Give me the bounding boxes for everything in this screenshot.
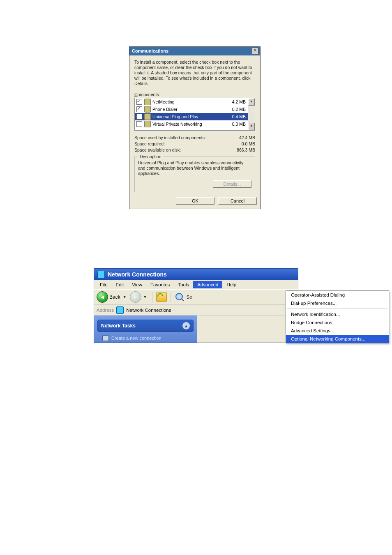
component-row[interactable]: Universal Plug and Play0.4 MB <box>135 113 248 120</box>
back-icon[interactable]: ◄ <box>97 291 108 303</box>
up-folder-icon[interactable] <box>156 292 167 302</box>
menu-separator <box>287 309 388 309</box>
component-size: 4.2 MB <box>230 99 246 104</box>
connection-icon <box>102 335 109 341</box>
task-label: Create a new connection <box>111 336 161 341</box>
space-available-value: 866.3 MB <box>237 147 255 153</box>
cancel-button[interactable]: Cancel <box>218 197 257 205</box>
menu-item[interactable]: Bridge Connections <box>286 318 389 327</box>
menu-item[interactable]: Operator-Assisted Dialing <box>286 291 389 299</box>
space-required-value: 0.0 MB <box>242 141 255 147</box>
menu-help[interactable]: Help <box>222 281 240 288</box>
collapse-icon[interactable]: ▲ <box>182 322 190 329</box>
scroll-track[interactable] <box>248 106 255 123</box>
close-icon[interactable]: × <box>252 48 258 54</box>
menu-item[interactable]: Advanced Settings... <box>286 327 389 335</box>
components-listbox[interactable]: NetMeeting4.2 MBPhone Dialer0.2 MBUniver… <box>134 98 255 131</box>
component-size: 0.0 MB <box>230 122 246 127</box>
network-icon <box>116 306 124 314</box>
component-name: NetMeeting <box>152 99 230 104</box>
dialog-titlebar[interactable]: Communications × <box>129 47 260 55</box>
dialog-intro-text: To install a component, select the check… <box>134 60 255 86</box>
back-dropdown-icon[interactable]: ▼ <box>123 295 127 299</box>
menu-item[interactable]: Network Identification... <box>286 310 389 318</box>
scroll-up-icon[interactable]: ▲ <box>248 98 255 106</box>
window-title: Network Connections <box>108 271 167 278</box>
checkbox[interactable] <box>136 99 142 105</box>
component-size: 0.2 MB <box>230 107 246 112</box>
space-required-label: Space required: <box>134 141 165 147</box>
network-tasks-header[interactable]: Network Tasks ▲ <box>97 320 194 332</box>
components-label: Components: <box>134 92 255 97</box>
address-bar[interactable]: Address Network Connections <box>94 305 298 315</box>
checkbox[interactable] <box>136 121 142 127</box>
component-row[interactable]: Virtual Private Networking0.0 MB <box>135 120 248 128</box>
space-available-label: Space available on disk: <box>134 147 181 153</box>
network-connections-window: Network Connections FileEditViewFavorite… <box>94 269 298 343</box>
forward-dropdown-icon[interactable]: ▼ <box>143 295 147 299</box>
menu-advanced[interactable]: Advanced <box>193 281 222 288</box>
network-tasks-label: Network Tasks <box>101 323 136 329</box>
scrollbar[interactable]: ▲ ▼ <box>248 98 255 130</box>
network-icon <box>97 271 105 278</box>
toolbar-separator <box>152 292 152 302</box>
component-row[interactable]: NetMeeting4.2 MB <box>135 98 248 106</box>
scroll-down-icon[interactable]: ▼ <box>248 123 255 130</box>
component-icon <box>144 106 151 113</box>
component-row[interactable]: Phone Dialer0.2 MB <box>135 106 248 113</box>
communications-dialog: Communications × To install a component,… <box>129 46 261 209</box>
details-button[interactable]: Details... <box>213 180 251 188</box>
window-titlebar[interactable]: Network Connections <box>94 269 298 280</box>
space-used-value: 42.4 MB <box>239 135 255 141</box>
checkbox[interactable] <box>136 114 142 120</box>
menu-tools[interactable]: Tools <box>174 281 193 288</box>
description-label: Description <box>138 154 163 159</box>
component-name: Virtual Private Networking <box>152 122 230 127</box>
menu-edit[interactable]: Edit <box>112 281 128 288</box>
menu-file[interactable]: File <box>96 281 112 288</box>
component-name: Universal Plug and Play <box>152 114 230 119</box>
communications-dialog-screenshot: Communications × To install a component,… <box>129 46 261 209</box>
description-group: Description Universal Plug and Play enab… <box>134 157 255 192</box>
component-icon <box>144 121 151 127</box>
menu-favorites[interactable]: Favorites <box>146 281 174 288</box>
forward-icon[interactable]: ► <box>130 291 141 303</box>
space-stats: Space used by installed components:42.4 … <box>134 135 255 153</box>
back-button[interactable]: Back <box>109 294 120 300</box>
task-create-connection[interactable]: Create a new connection <box>102 335 193 341</box>
menu-item[interactable]: Dial-up Preferences... <box>286 299 389 307</box>
ok-button[interactable]: OK <box>176 197 214 205</box>
dialog-title: Communications <box>132 48 168 53</box>
address-label: Address <box>97 308 114 313</box>
component-icon <box>144 113 151 120</box>
menu-bar[interactable]: FileEditViewFavoritesToolsAdvancedHelp <box>94 280 298 289</box>
component-name: Phone Dialer <box>152 107 230 112</box>
menu-view[interactable]: View <box>128 281 146 288</box>
component-size: 0.4 MB <box>230 114 246 119</box>
search-icon[interactable] <box>175 292 184 302</box>
toolbar: ◄ Back ▼ ► ▼ Se <box>94 289 298 305</box>
component-icon <box>144 99 151 105</box>
network-connections-screenshot: Network Connections FileEditViewFavorite… <box>94 268 298 343</box>
checkbox[interactable] <box>136 106 142 112</box>
space-used-label: Space used by installed components: <box>134 135 206 141</box>
search-label-cut[interactable]: Se <box>187 295 192 299</box>
advanced-menu-dropdown[interactable]: Operator-Assisted DialingDial-up Prefere… <box>286 290 389 343</box>
tasks-pane: Network Tasks ▲ Create a new connection <box>94 315 197 343</box>
address-value: Network Connections <box>126 308 171 313</box>
toolbar-separator <box>171 292 171 302</box>
menu-item[interactable]: Optional Networking Components... <box>286 335 389 343</box>
description-text: Universal Plug and Play enables seamless… <box>138 160 251 176</box>
